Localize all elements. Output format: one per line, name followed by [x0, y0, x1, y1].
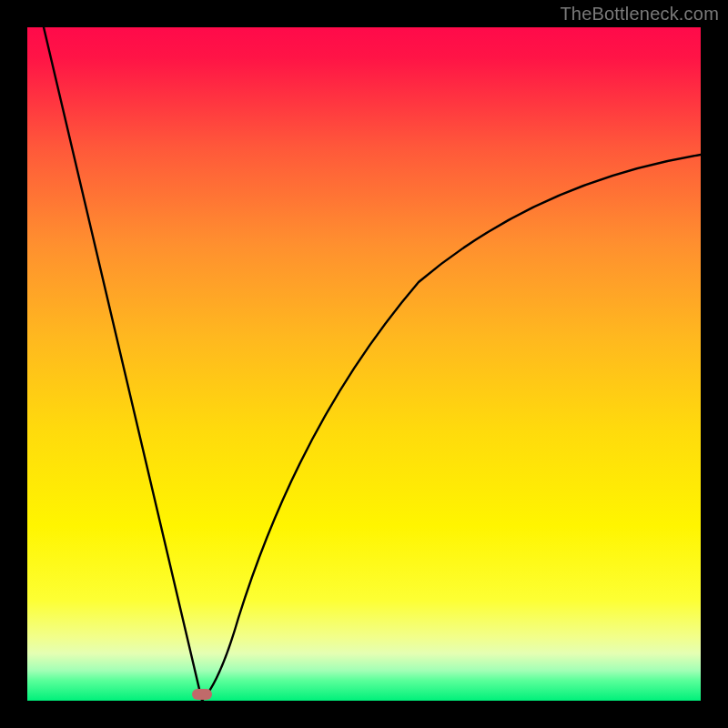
chart-frame: TheBottleneck.com — [0, 0, 728, 728]
optimal-marker — [192, 689, 212, 700]
plot-area — [27, 27, 701, 701]
curve-svg — [27, 27, 701, 701]
watermark-text: TheBottleneck.com — [560, 4, 719, 25]
bottleneck-curve — [44, 27, 701, 701]
